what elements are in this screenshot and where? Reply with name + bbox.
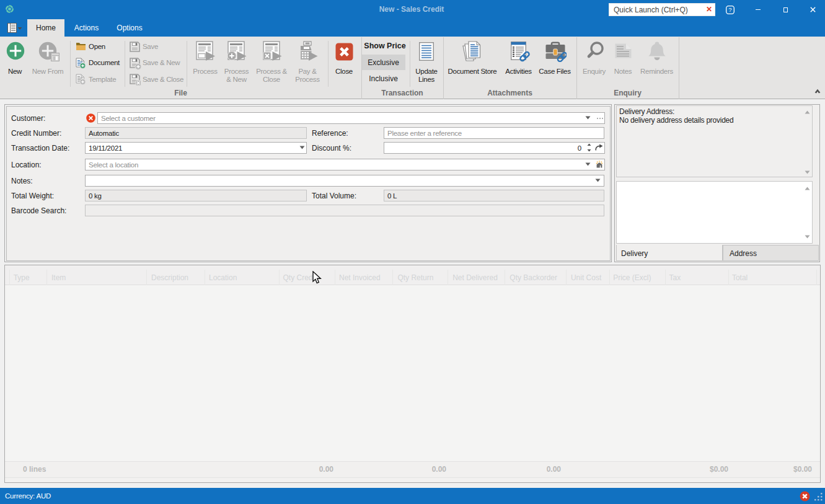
svg-text:?: ? [728,6,731,13]
